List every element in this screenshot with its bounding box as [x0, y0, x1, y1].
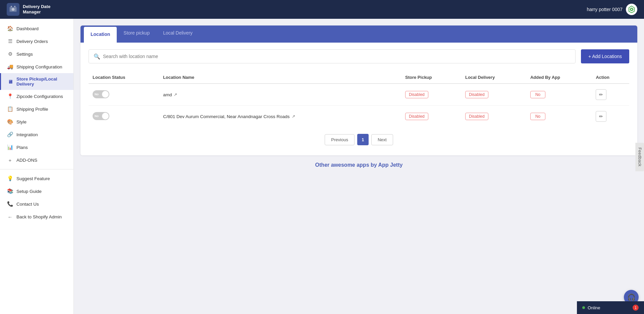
row1-name: amd ↗	[159, 84, 401, 106]
ext-link-icon-2[interactable]: ↗	[292, 114, 295, 119]
online-label: Online	[588, 305, 600, 310]
toggle-knob-2	[102, 113, 109, 119]
store-pickup-icon: 🖥	[7, 78, 13, 85]
feedback-tab[interactable]: Feedback	[636, 143, 644, 171]
row2-local-delivery: Disabled	[461, 106, 526, 127]
locations-table: Location Status Location Name Store Pick…	[89, 71, 629, 127]
table-body: No amd ↗ Disabled	[89, 84, 629, 127]
tab-store-pickup[interactable]: Store pickup	[117, 25, 156, 43]
table-row: No amd ↗ Disabled	[89, 84, 629, 106]
contact-us-icon: 📞	[7, 201, 13, 207]
card-content: 🔍 + Add Locations Location Status Locati…	[80, 43, 637, 155]
sidebar-label-shipping-config: Shipping Configuration	[16, 64, 62, 69]
search-row: 🔍 + Add Locations	[89, 49, 629, 63]
col-added-by-app: Added By App	[526, 71, 592, 84]
row1-added-by-app: No	[526, 84, 592, 106]
status-toggle-1[interactable]: No	[93, 90, 109, 98]
row2-action: ✏	[592, 106, 629, 127]
row1-store-pickup: Disabled	[401, 84, 461, 106]
sidebar-item-setup-guide[interactable]: 📚 Setup Guide	[0, 185, 73, 198]
col-local-delivery: Local Delivery	[461, 71, 526, 84]
sidebar-label-addons: ADD-ONS	[16, 158, 37, 163]
next-button[interactable]: Next	[371, 134, 393, 145]
row2-name: C/801 Dev Aurum Commercial, Near Anandna…	[159, 106, 401, 127]
svg-rect-3	[11, 6, 12, 7]
sidebar-label-style: Style	[16, 119, 26, 124]
brand-name: Delivery Date Manager	[23, 4, 50, 14]
col-action: Action	[592, 71, 629, 84]
delivery-orders-icon: ☰	[7, 38, 13, 44]
sidebar-label-store-pickup: Store Pickup/Local Delivery	[16, 76, 67, 87]
row2-store-pickup: Disabled	[401, 106, 461, 127]
online-count: 1	[633, 305, 639, 311]
edit-button-2[interactable]: ✏	[596, 111, 606, 122]
layout: 🏠 Dashboard ☰ Delivery Orders ⚙ Settings…	[0, 19, 644, 314]
integration-icon: 🔗	[7, 132, 13, 138]
svg-point-2	[12, 8, 15, 11]
sidebar-label-back-shopify: Back to Shopify Admin	[16, 214, 62, 219]
back-shopify-icon: ←	[7, 214, 13, 220]
sidebar-label-suggest-feature: Suggest Feature	[16, 176, 50, 181]
col-store-pickup: Store Pickup	[401, 71, 461, 84]
suggest-feature-icon: 💡	[7, 175, 13, 181]
sidebar-label-delivery-orders: Delivery Orders	[16, 39, 48, 44]
row1-local-delivery: Disabled	[461, 84, 526, 106]
sidebar-item-suggest-feature[interactable]: 💡 Suggest Feature	[0, 172, 73, 185]
sidebar-item-settings[interactable]: ⚙ Settings	[0, 48, 73, 60]
tabs-bar: Location Store pickup Local Delivery	[80, 25, 637, 43]
main-card: Location Store pickup Local Delivery 🔍 +…	[80, 25, 637, 155]
online-badge[interactable]: Online 1	[577, 301, 644, 314]
page-number-1[interactable]: 1	[357, 134, 369, 145]
setup-guide-icon: 📚	[7, 188, 13, 194]
addons-icon: +	[7, 157, 13, 163]
pagination: Previous 1 Next	[89, 127, 629, 149]
sidebar-nav: 🏠 Dashboard ☰ Delivery Orders ⚙ Settings…	[0, 19, 73, 314]
sidebar-item-contact-us[interactable]: 📞 Contact Us	[0, 198, 73, 210]
sidebar-item-store-pickup[interactable]: 🖥 Store Pickup/Local Delivery	[0, 73, 73, 90]
row1-action: ✏	[592, 84, 629, 106]
shipping-profile-icon: 📋	[7, 106, 13, 112]
online-indicator	[582, 306, 585, 309]
sidebar-label-contact-us: Contact Us	[16, 202, 39, 207]
sidebar-item-zipcode[interactable]: 📍 Zipcode Configurations	[0, 90, 73, 103]
svg-point-7	[631, 9, 632, 10]
sidebar-item-integration[interactable]: 🔗 Integration	[0, 128, 73, 141]
sidebar-item-dashboard[interactable]: 🏠 Dashboard	[0, 22, 73, 35]
sidebar-label-settings: Settings	[16, 52, 33, 57]
main-content: Location Store pickup Local Delivery 🔍 +…	[74, 19, 644, 314]
ext-link-icon-1[interactable]: ↗	[174, 92, 177, 97]
sidebar-item-shipping-config[interactable]: 🚚 Shipping Configuration	[0, 60, 73, 73]
sidebar-item-delivery-orders[interactable]: ☰ Delivery Orders	[0, 35, 73, 48]
sidebar-label-setup-guide: Setup Guide	[16, 189, 42, 194]
sidebar-divider	[0, 169, 73, 169]
tab-location[interactable]: Location	[84, 27, 117, 43]
topnav: Delivery Date Manager harry potter 0007	[0, 0, 644, 19]
sidebar-item-shipping-profile[interactable]: 📋 Shipping Profile	[0, 103, 73, 115]
col-location-status: Location Status	[89, 71, 159, 84]
zipcode-icon: 📍	[7, 93, 13, 99]
brand-icon	[7, 3, 19, 16]
sidebar-label-integration: Integration	[16, 132, 38, 137]
sidebar-label-shipping-profile: Shipping Profile	[16, 107, 48, 112]
style-icon: 🎨	[7, 119, 13, 125]
tab-local-delivery[interactable]: Local Delivery	[156, 25, 199, 43]
sidebar-item-back-shopify[interactable]: ← Back to Shopify Admin	[0, 210, 73, 223]
col-location-name: Location Name	[159, 71, 401, 84]
sidebar-label-zipcode: Zipcode Configurations	[16, 94, 63, 99]
sidebar-label-dashboard: Dashboard	[16, 26, 39, 31]
search-input[interactable]	[103, 54, 571, 59]
add-locations-button[interactable]: + Add Locations	[581, 49, 629, 63]
plans-icon: 📊	[7, 144, 13, 150]
footer-promo: Other awesome apps by App Jetty	[80, 155, 637, 175]
sidebar-label-plans: Plans	[16, 145, 28, 150]
dashboard-icon: 🏠	[7, 25, 13, 32]
sidebar-item-addons[interactable]: + ADD-ONS	[0, 154, 73, 166]
sidebar-item-style[interactable]: 🎨 Style	[0, 115, 73, 128]
sidebar-item-plans[interactable]: 📊 Plans	[0, 141, 73, 154]
svg-rect-4	[14, 6, 15, 7]
brand: Delivery Date Manager	[7, 3, 50, 16]
status-toggle-2[interactable]: No	[93, 112, 109, 120]
sidebar: 🏠 Dashboard ☰ Delivery Orders ⚙ Settings…	[0, 19, 74, 314]
previous-button[interactable]: Previous	[325, 134, 355, 145]
edit-button-1[interactable]: ✏	[596, 89, 606, 100]
